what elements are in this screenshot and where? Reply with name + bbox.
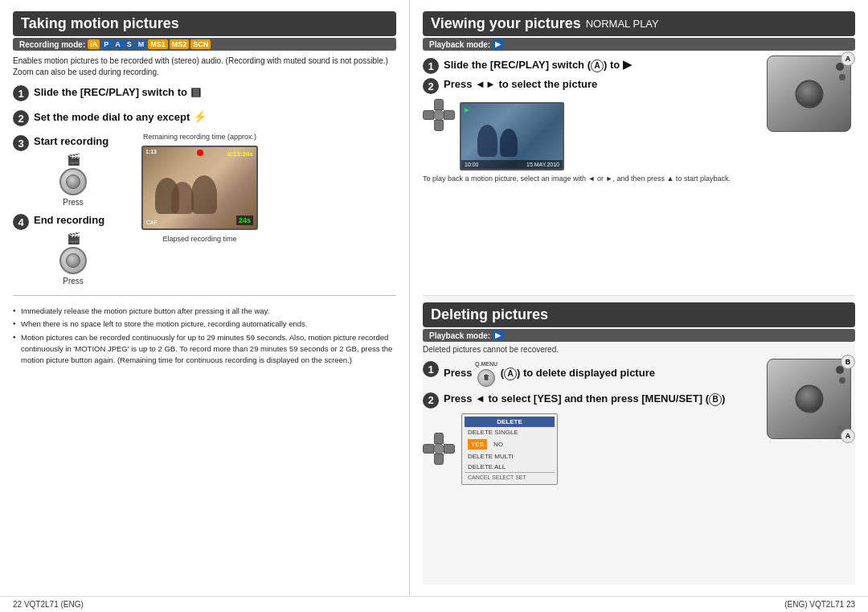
- delete-menu: DELETE DELETE SINGLE YES NO DELETE MULTI…: [461, 413, 558, 485]
- d-pad-right[interactable]: [444, 110, 455, 120]
- delete-menu-title: DELETE: [465, 417, 555, 427]
- view-step-2-num: 2: [423, 78, 439, 94]
- press-label-start: Press: [63, 198, 84, 207]
- delete-note: Deleted pictures cannot be recovered.: [423, 345, 855, 354]
- view-step-2: 2 Press ◄► to select the picture: [423, 77, 759, 94]
- delete-yes[interactable]: YES: [468, 439, 487, 450]
- figure-2: [171, 182, 194, 214]
- qmenu-group: Q.MENU 🗑: [475, 360, 497, 387]
- bullet-3: Motion pictures can be recorded continuo…: [13, 332, 396, 367]
- d-pad-del-up[interactable]: [434, 433, 444, 444]
- d-pad-view: [423, 99, 455, 131]
- delete-no[interactable]: NO: [490, 439, 506, 450]
- playback-mode-bar-top: Playback mode: ▶: [423, 38, 855, 51]
- d-pad-down[interactable]: [434, 120, 444, 131]
- video-camera-icon-end: 🎬: [67, 232, 80, 244]
- figure-3: [191, 175, 217, 214]
- camera-label-a: A: [841, 51, 855, 66]
- d-pad-center[interactable]: [433, 109, 444, 121]
- delete-item-multi: DELETE MULTI: [465, 451, 555, 462]
- playback-mode-icon: ▶: [493, 39, 503, 49]
- cam-btn-2: [839, 74, 845, 80]
- step-4-num: 4: [13, 214, 29, 230]
- d-pad-del-right[interactable]: [444, 444, 455, 454]
- step-1-num: 1: [13, 85, 29, 101]
- camera-body-view: [767, 55, 851, 132]
- step-1-text: Slide the [REC/PLAY] switch to ▤: [34, 84, 201, 101]
- footer-right: (ENG) VQT2L71 23: [784, 600, 855, 609]
- end-press-block: 🎬 Press: [13, 232, 133, 285]
- delete-item-cancel: CANCEL SELECT SET: [465, 472, 555, 482]
- step-2: 2 Set the mode dial to any except ⚡: [13, 109, 396, 126]
- playback-mode-icon-del: ▶: [493, 331, 503, 340]
- cam-bottom-text: 24s: [236, 216, 253, 225]
- cam-del-btn-2: [839, 377, 845, 384]
- playback-image: ▶ 10:00 15.MAY.2010: [460, 102, 564, 170]
- camera-lens-view: [795, 80, 823, 108]
- step-2-num: 2: [13, 110, 29, 126]
- remaining-label: Remaining recording time (approx.): [143, 133, 256, 142]
- steps-3-4-area: 3 Start recording 🎬 Press 4 End recordin…: [13, 133, 396, 285]
- bullet-1: Immediately release the motion picture b…: [13, 306, 396, 317]
- mode-m: M: [136, 39, 147, 49]
- delete-step-1-text: Press Q.MENU 🗑 (A) to delete displayed p…: [444, 360, 655, 387]
- camera-3d-view: A: [767, 55, 855, 132]
- camera-del-label-b: B: [841, 355, 855, 369]
- camera-body-delete: [767, 359, 851, 439]
- divider: [13, 295, 396, 296]
- playback-mode-label-del: Playback mode:: [429, 331, 490, 340]
- shutter-button-end[interactable]: [59, 247, 87, 274]
- start-press-block: 🎬 Press: [13, 153, 133, 207]
- mode-s: S: [125, 39, 134, 49]
- footer-left: 22 VQT2L71 (ENG): [13, 600, 84, 609]
- viewing-title-sub: NORMAL PLAY: [586, 18, 659, 30]
- playback-overlay: 10:00 15.MAY.2010: [461, 160, 563, 169]
- view-step-2-text: Press ◄► to select the picture: [444, 77, 597, 92]
- mode-a: A: [113, 39, 123, 49]
- viewing-title-main: Viewing your pictures: [431, 15, 581, 32]
- view-step-1: 1 Slide the [REC/PLAY] switch (A) to ▶: [423, 57, 759, 74]
- delete-step-1-num: 1: [423, 361, 439, 377]
- camera-display-inner: 1:13 0:13:24s 24s CAF: [143, 147, 256, 228]
- cam-left-info: 1:13: [145, 149, 157, 154]
- bullet-2: When there is no space left to store the…: [13, 318, 396, 330]
- view-step-1-num: 1: [423, 58, 439, 74]
- right-panel: Viewing your pictures NORMAL PLAY Playba…: [410, 0, 868, 596]
- mode-icons: iA P A S M MS1 MS2 SCN: [88, 39, 211, 49]
- delete-item-single: DELETE SINGLE: [465, 427, 555, 437]
- playback-rec-time: ▶: [465, 107, 469, 113]
- deleting-section: Deleting pictures Playback mode: ▶ Delet…: [423, 295, 855, 585]
- mode-ms1: MS1: [148, 39, 168, 49]
- delete-controls: DELETE DELETE SINGLE YES NO DELETE MULTI…: [423, 413, 762, 485]
- step-3-num: 3: [13, 135, 29, 151]
- mode-p: P: [101, 39, 111, 49]
- playback-mode-bar-bottom: Playback mode: ▶: [423, 329, 855, 342]
- view-step-1-text: Slide the [REC/PLAY] switch (A) to ▶: [444, 57, 632, 73]
- qmenu-button[interactable]: 🗑: [477, 369, 495, 387]
- step-3: 3 Start recording: [13, 134, 133, 151]
- delete-content-row: 1 Press Q.MENU 🗑 (A) to delete displayed…: [423, 359, 855, 485]
- d-pad-del-center[interactable]: [433, 443, 444, 454]
- mode-ms2: MS2: [170, 39, 190, 49]
- playback-time: 10:00: [465, 162, 479, 167]
- steps-3-4-left: 3 Start recording 🎬 Press 4 End recordin…: [13, 133, 133, 285]
- d-pad-left[interactable]: [423, 110, 434, 120]
- d-pad-up[interactable]: [434, 99, 444, 110]
- mode-scn: SCN: [190, 39, 211, 49]
- shutter-inner-end: [66, 253, 80, 268]
- shutter-button-start[interactable]: [59, 168, 87, 195]
- delete-badge-b: B: [709, 393, 722, 406]
- recording-mode-label: Recording mode:: [19, 40, 85, 49]
- delete-step-2-text: Press ◄ to select [YES] and then press […: [444, 392, 725, 406]
- step-4-text: End recording: [34, 213, 104, 228]
- d-pad-delete: [423, 433, 455, 465]
- viewing-title: Viewing your pictures NORMAL PLAY: [423, 11, 855, 36]
- page-container: Taking motion pictures Recording mode: i…: [0, 0, 868, 596]
- d-pad-del-down[interactable]: [434, 454, 444, 465]
- deleting-title: Deleting pictures: [423, 302, 855, 327]
- delete-step-2: 2 Press ◄ to select [YES] and then press…: [423, 392, 762, 409]
- d-pad-del-left[interactable]: [423, 444, 434, 454]
- delete-item-yesno: YES NO: [465, 437, 555, 451]
- step-4: 4 End recording: [13, 213, 133, 230]
- press-label-end: Press: [63, 277, 84, 285]
